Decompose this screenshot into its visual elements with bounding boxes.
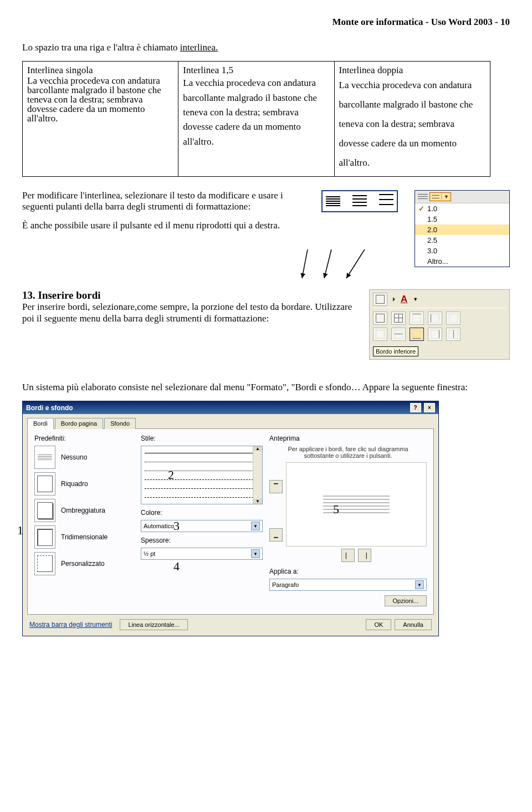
ls-other[interactable]: Altro...: [415, 256, 509, 267]
close-button[interactable]: ×: [424, 403, 435, 412]
hr-button[interactable]: Linea orizzontale...: [120, 619, 187, 630]
dropdown-icon: ▼: [251, 522, 260, 530]
cancel-button[interactable]: Annulla: [395, 619, 432, 630]
dialog-tabs: Bordi Bordo pagina Sfondo: [23, 414, 438, 428]
apply-value: Paragrafo: [272, 581, 299, 588]
tab-sfondo[interactable]: Sfondo: [104, 418, 136, 429]
dialog-title: Bordi e sfondo: [26, 404, 73, 412]
edge-bottom-button[interactable]: ▁: [269, 528, 283, 542]
ls-2[interactable]: 2.0: [415, 224, 509, 235]
scroll-down-icon[interactable]: ▼: [253, 499, 262, 504]
callout-5: 5: [333, 502, 339, 517]
apply-label: Applica a:: [269, 568, 427, 575]
weight-value: ½ pt: [144, 550, 155, 557]
weight-combo[interactable]: ½ pt ▼: [141, 548, 263, 560]
callout-2: 2: [168, 468, 174, 482]
edge-top-button[interactable]: ▔: [269, 480, 283, 493]
style-label: Stile:: [141, 435, 263, 442]
apply-combo[interactable]: Paragrafo ▼: [269, 579, 427, 591]
svg-line-1: [324, 249, 331, 278]
ls-1-lbl: 1.0: [427, 205, 437, 213]
intro-term: interlinea.: [180, 42, 218, 53]
para-elaborate: Un sistema più elaborato consiste nel se…: [22, 382, 510, 393]
scroll-up-icon[interactable]: ▲: [253, 446, 262, 451]
intro-a: Lo spazio tra una riga e l'altra è chiam…: [22, 42, 180, 53]
preset-custom[interactable]: Personalizzato: [34, 552, 134, 575]
ls-1[interactable]: ✓1.0: [415, 203, 509, 214]
help-button[interactable]: ?: [410, 403, 421, 412]
dropdown-icon: ▼: [251, 549, 260, 558]
preset-custom-lbl: Personalizzato: [61, 560, 105, 568]
ls-25[interactable]: 2.5: [415, 235, 509, 246]
style-listbox[interactable]: ▲▼: [141, 446, 263, 504]
callout-4: 4: [173, 559, 180, 574]
color-combo[interactable]: Automatico ▼: [141, 520, 263, 532]
predef-label: Predefiniti:: [34, 435, 134, 442]
ls-3-lbl: 3.0: [427, 247, 437, 255]
page-header: Monte ore informatica - Uso Word 2003 - …: [22, 17, 510, 28]
dropdown-icon: ▼: [415, 580, 424, 589]
preview-diagram[interactable]: [286, 462, 427, 547]
intro-text: Lo spazio tra una riga e l'altra è chiam…: [22, 42, 510, 53]
edge-left-button[interactable]: ▏: [341, 549, 355, 562]
ls-2-lbl: 2.0: [427, 226, 437, 234]
weight-label: Spessore:: [141, 537, 263, 544]
preset-ombra-lbl: Ombreggiatura: [61, 507, 105, 514]
dialog-titlebar: Bordi e sfondo ? ×: [23, 401, 438, 414]
options-button[interactable]: Opzioni...: [385, 595, 427, 606]
ls-15[interactable]: 1.5: [415, 214, 509, 224]
preset-3d-lbl: Tridimensionale: [61, 533, 108, 541]
preset-riquadro-lbl: Riquadro: [61, 480, 88, 488]
svg-line-2: [346, 249, 365, 278]
border-tooltip: Bordo inferiore: [373, 346, 418, 356]
preset-ombra[interactable]: Ombreggiatura: [34, 499, 134, 522]
preset-nessuno[interactable]: Nessuno: [34, 446, 134, 469]
ls-15-lbl: 1.5: [427, 215, 437, 223]
preview-label: Anteprima: [269, 435, 427, 442]
preset-riquadro[interactable]: Riquadro: [34, 472, 134, 496]
ls-3[interactable]: 3.0: [415, 246, 509, 256]
ls-other-lbl: Altro...: [427, 257, 448, 265]
color-label: Colore:: [141, 509, 263, 517]
preset-nessuno-lbl: Nessuno: [61, 453, 87, 461]
borders-dialog: Bordi e sfondo ? × Bordi Bordo pagina Sf…: [22, 401, 439, 636]
callout-3: 3: [173, 519, 180, 533]
callout-1: 1: [17, 523, 23, 538]
edge-right-button[interactable]: ▕: [358, 549, 371, 562]
color-value: Automatico: [144, 523, 174, 529]
ok-button[interactable]: OK: [366, 619, 391, 630]
preview-hint: Per applicare i bordi, fare clic sul dia…: [269, 446, 427, 459]
svg-line-0: [302, 249, 308, 278]
preset-3d[interactable]: Tridimensionale: [34, 525, 134, 549]
tab-bordo-pagina[interactable]: Bordo pagina: [55, 418, 103, 429]
ls-25-lbl: 2.5: [427, 236, 437, 244]
show-toolbar-link[interactable]: Mostra barra degli strumenti: [29, 621, 112, 629]
tab-bordi[interactable]: Bordi: [27, 418, 54, 429]
